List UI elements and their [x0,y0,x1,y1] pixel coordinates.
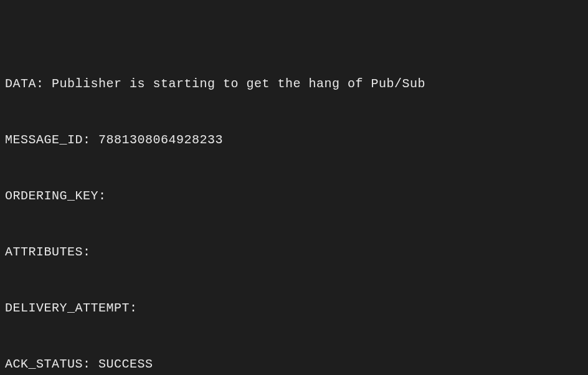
message-id-line: MESSAGE_ID: 7881308064928233 [5,131,583,150]
message-id-value: 7881308064928233 [98,133,223,147]
ordering-key-label: ORDERING_KEY: [5,189,107,203]
ordering-key-line: ORDERING_KEY: [5,187,583,206]
message-id-label: MESSAGE_ID: [5,133,98,147]
ack-status-line: ACK_STATUS: SUCCESS [5,355,583,374]
data-line: DATA: Publisher is starting to get the h… [5,75,583,93]
delivery-attempt-label: DELIVERY_ATTEMPT: [5,301,138,315]
data-value: Publisher is starting to get the hang of… [52,77,425,91]
ack-status-label: ACK_STATUS: [5,357,98,371]
data-label: DATA: [5,77,52,91]
message-block: DATA: Publisher is starting to get the h… [5,37,583,375]
ack-status-value: SUCCESS [98,357,153,371]
terminal-output: DATA: Publisher is starting to get the h… [0,0,588,375]
attributes-line: ATTRIBUTES: [5,243,583,262]
attributes-label: ATTRIBUTES: [5,245,91,259]
delivery-attempt-line: DELIVERY_ATTEMPT: [5,299,583,318]
